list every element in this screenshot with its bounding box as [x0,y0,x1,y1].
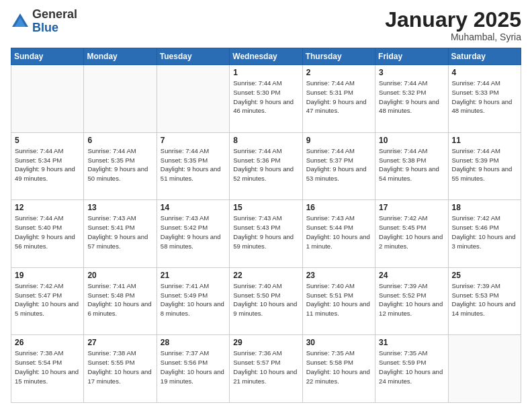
day-number: 13 [87,203,152,212]
header: General Blue January 2025 Muhambal, Syri… [11,8,521,42]
day-number: 20 [87,271,152,280]
calendar-cell: 8Sunrise: 7:44 AM Sunset: 5:36 PM Daylig… [230,132,302,200]
calendar-cell: 7Sunrise: 7:44 AM Sunset: 5:35 PM Daylig… [157,132,229,200]
day-info: Sunrise: 7:44 AM Sunset: 5:31 PM Dayligh… [306,79,371,116]
day-header-thursday: Thursday [302,48,375,65]
calendar-cell: 31Sunrise: 7:35 AM Sunset: 5:59 PM Dayli… [375,335,448,403]
day-header-sunday: Sunday [11,48,84,65]
calendar-header-row: SundayMondayTuesdayWednesdayThursdayFrid… [11,48,521,65]
day-info: Sunrise: 7:44 AM Sunset: 5:35 PM Dayligh… [87,146,152,183]
week-row-0: 1Sunrise: 7:44 AM Sunset: 5:30 PM Daylig… [11,65,521,133]
day-info: Sunrise: 7:35 AM Sunset: 5:58 PM Dayligh… [306,349,371,385]
logo: General Blue [11,8,77,35]
calendar-cell: 3Sunrise: 7:44 AM Sunset: 5:32 PM Daylig… [375,65,448,133]
calendar-cell: 26Sunrise: 7:38 AM Sunset: 5:54 PM Dayli… [11,335,84,403]
day-header-wednesday: Wednesday [230,48,302,65]
day-info: Sunrise: 7:36 AM Sunset: 5:57 PM Dayligh… [233,349,298,385]
day-info: Sunrise: 7:42 AM Sunset: 5:47 PM Dayligh… [15,281,80,318]
logo-general-text: General [32,7,77,21]
calendar-cell: 1Sunrise: 7:44 AM Sunset: 5:30 PM Daylig… [230,65,302,133]
calendar-cell: 25Sunrise: 7:39 AM Sunset: 5:53 PM Dayli… [448,267,521,335]
day-info: Sunrise: 7:43 AM Sunset: 5:44 PM Dayligh… [306,214,371,250]
day-number: 18 [452,203,517,212]
calendar-cell: 29Sunrise: 7:36 AM Sunset: 5:57 PM Dayli… [230,335,302,403]
calendar-cell: 9Sunrise: 7:44 AM Sunset: 5:37 PM Daylig… [302,132,375,200]
calendar-cell: 24Sunrise: 7:39 AM Sunset: 5:52 PM Dayli… [375,267,448,335]
day-number: 23 [306,271,371,280]
day-header-tuesday: Tuesday [157,48,229,65]
calendar-cell: 22Sunrise: 7:40 AM Sunset: 5:50 PM Dayli… [230,267,302,335]
week-row-2: 12Sunrise: 7:44 AM Sunset: 5:40 PM Dayli… [11,200,521,268]
day-header-monday: Monday [84,48,157,65]
day-info: Sunrise: 7:41 AM Sunset: 5:49 PM Dayligh… [161,281,226,318]
day-info: Sunrise: 7:44 AM Sunset: 5:33 PM Dayligh… [452,79,517,116]
day-number: 16 [306,203,371,212]
calendar-cell: 18Sunrise: 7:42 AM Sunset: 5:46 PM Dayli… [448,200,521,268]
day-info: Sunrise: 7:39 AM Sunset: 5:52 PM Dayligh… [379,281,444,318]
day-number: 17 [379,203,444,212]
day-number: 27 [87,338,152,347]
day-info: Sunrise: 7:44 AM Sunset: 5:40 PM Dayligh… [15,214,80,250]
day-info: Sunrise: 7:38 AM Sunset: 5:55 PM Dayligh… [87,349,152,385]
location: Muhambal, Syria [385,32,521,42]
calendar-cell [11,65,84,133]
day-header-saturday: Saturday [448,48,521,65]
page: General Blue January 2025 Muhambal, Syri… [0,0,532,411]
calendar-cell: 16Sunrise: 7:43 AM Sunset: 5:44 PM Dayli… [302,200,375,268]
day-number: 14 [161,203,226,212]
day-info: Sunrise: 7:44 AM Sunset: 5:39 PM Dayligh… [452,146,517,183]
day-number: 5 [15,136,80,145]
calendar-table: SundayMondayTuesdayWednesdayThursdayFrid… [11,48,521,403]
day-number: 21 [161,271,226,280]
day-info: Sunrise: 7:37 AM Sunset: 5:56 PM Dayligh… [161,349,226,385]
calendar-cell: 6Sunrise: 7:44 AM Sunset: 5:35 PM Daylig… [84,132,157,200]
day-number: 4 [452,68,517,77]
calendar-cell: 10Sunrise: 7:44 AM Sunset: 5:38 PM Dayli… [375,132,448,200]
calendar-cell: 21Sunrise: 7:41 AM Sunset: 5:49 PM Dayli… [157,267,229,335]
calendar-cell [84,65,157,133]
day-number: 22 [233,271,298,280]
logo-blue-text: Blue [32,21,58,34]
day-number: 26 [15,338,80,347]
day-info: Sunrise: 7:43 AM Sunset: 5:43 PM Dayligh… [233,214,298,250]
day-info: Sunrise: 7:40 AM Sunset: 5:51 PM Dayligh… [306,281,371,318]
calendar-cell: 27Sunrise: 7:38 AM Sunset: 5:55 PM Dayli… [84,335,157,403]
day-number: 25 [452,271,517,280]
day-number: 24 [379,271,444,280]
day-number: 31 [379,338,444,347]
day-info: Sunrise: 7:35 AM Sunset: 5:59 PM Dayligh… [379,349,444,385]
day-info: Sunrise: 7:41 AM Sunset: 5:48 PM Dayligh… [87,281,152,318]
day-number: 12 [15,203,80,212]
title-block: January 2025 Muhambal, Syria [385,8,521,42]
day-number: 9 [306,136,371,145]
day-number: 15 [233,203,298,212]
day-number: 19 [15,271,80,280]
day-info: Sunrise: 7:38 AM Sunset: 5:54 PM Dayligh… [15,349,80,385]
calendar-cell: 13Sunrise: 7:43 AM Sunset: 5:41 PM Dayli… [84,200,157,268]
logo-icon [11,12,30,31]
day-info: Sunrise: 7:44 AM Sunset: 5:37 PM Dayligh… [306,146,371,183]
day-number: 1 [233,68,298,77]
calendar-cell: 12Sunrise: 7:44 AM Sunset: 5:40 PM Dayli… [11,200,84,268]
day-number: 29 [233,338,298,347]
calendar-cell: 17Sunrise: 7:42 AM Sunset: 5:45 PM Dayli… [375,200,448,268]
day-info: Sunrise: 7:44 AM Sunset: 5:38 PM Dayligh… [379,146,444,183]
day-info: Sunrise: 7:39 AM Sunset: 5:53 PM Dayligh… [452,281,517,318]
day-number: 10 [379,136,444,145]
day-number: 11 [452,136,517,145]
calendar-cell [448,335,521,403]
day-info: Sunrise: 7:43 AM Sunset: 5:42 PM Dayligh… [161,214,226,250]
day-info: Sunrise: 7:44 AM Sunset: 5:32 PM Dayligh… [379,79,444,116]
day-info: Sunrise: 7:44 AM Sunset: 5:35 PM Dayligh… [161,146,226,183]
week-row-3: 19Sunrise: 7:42 AM Sunset: 5:47 PM Dayli… [11,267,521,335]
calendar-cell: 20Sunrise: 7:41 AM Sunset: 5:48 PM Dayli… [84,267,157,335]
day-info: Sunrise: 7:42 AM Sunset: 5:45 PM Dayligh… [379,214,444,250]
calendar-cell: 2Sunrise: 7:44 AM Sunset: 5:31 PM Daylig… [302,65,375,133]
calendar-cell: 19Sunrise: 7:42 AM Sunset: 5:47 PM Dayli… [11,267,84,335]
calendar-cell: 28Sunrise: 7:37 AM Sunset: 5:56 PM Dayli… [157,335,229,403]
calendar-cell: 23Sunrise: 7:40 AM Sunset: 5:51 PM Dayli… [302,267,375,335]
day-info: Sunrise: 7:43 AM Sunset: 5:41 PM Dayligh… [87,214,152,250]
day-number: 7 [161,136,226,145]
week-row-1: 5Sunrise: 7:44 AM Sunset: 5:34 PM Daylig… [11,132,521,200]
day-info: Sunrise: 7:42 AM Sunset: 5:46 PM Dayligh… [452,214,517,250]
